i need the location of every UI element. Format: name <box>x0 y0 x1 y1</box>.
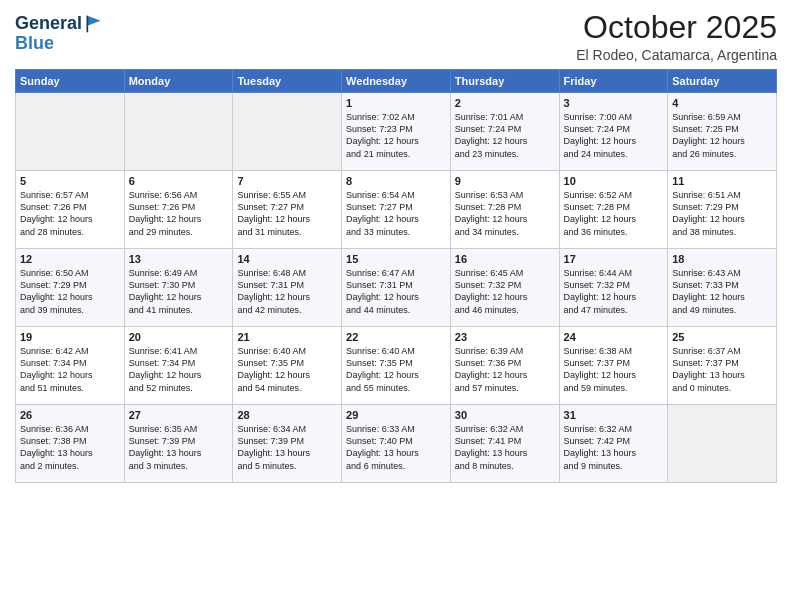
day-info: Sunrise: 6:32 AMSunset: 7:41 PMDaylight:… <box>455 423 555 472</box>
day-info: Sunrise: 6:55 AMSunset: 7:27 PMDaylight:… <box>237 189 337 238</box>
calendar-cell: 18Sunrise: 6:43 AMSunset: 7:33 PMDayligh… <box>668 249 777 327</box>
day-info: Sunrise: 6:56 AMSunset: 7:26 PMDaylight:… <box>129 189 229 238</box>
calendar-table: SundayMondayTuesdayWednesdayThursdayFrid… <box>15 69 777 483</box>
day-info: Sunrise: 6:49 AMSunset: 7:30 PMDaylight:… <box>129 267 229 316</box>
day-info: Sunrise: 6:44 AMSunset: 7:32 PMDaylight:… <box>564 267 664 316</box>
calendar-cell <box>124 93 233 171</box>
day-number: 16 <box>455 253 555 265</box>
day-number: 10 <box>564 175 664 187</box>
day-info: Sunrise: 6:39 AMSunset: 7:36 PMDaylight:… <box>455 345 555 394</box>
weekday-header-wednesday: Wednesday <box>342 70 451 93</box>
calendar-cell: 7Sunrise: 6:55 AMSunset: 7:27 PMDaylight… <box>233 171 342 249</box>
calendar-cell: 11Sunrise: 6:51 AMSunset: 7:29 PMDayligh… <box>668 171 777 249</box>
logo-blue: Blue <box>15 33 54 53</box>
day-number: 9 <box>455 175 555 187</box>
page: General Blue October 2025 El Rodeo, Cata… <box>0 0 792 612</box>
day-number: 27 <box>129 409 229 421</box>
calendar-cell: 27Sunrise: 6:35 AMSunset: 7:39 PMDayligh… <box>124 405 233 483</box>
day-number: 23 <box>455 331 555 343</box>
day-info: Sunrise: 6:35 AMSunset: 7:39 PMDaylight:… <box>129 423 229 472</box>
day-info: Sunrise: 6:51 AMSunset: 7:29 PMDaylight:… <box>672 189 772 238</box>
day-number: 21 <box>237 331 337 343</box>
svg-marker-0 <box>87 16 100 26</box>
calendar-cell: 24Sunrise: 6:38 AMSunset: 7:37 PMDayligh… <box>559 327 668 405</box>
day-info: Sunrise: 6:57 AMSunset: 7:26 PMDaylight:… <box>20 189 120 238</box>
calendar-header-row: SundayMondayTuesdayWednesdayThursdayFrid… <box>16 70 777 93</box>
day-info: Sunrise: 6:45 AMSunset: 7:32 PMDaylight:… <box>455 267 555 316</box>
weekday-header-tuesday: Tuesday <box>233 70 342 93</box>
day-number: 11 <box>672 175 772 187</box>
day-info: Sunrise: 6:40 AMSunset: 7:35 PMDaylight:… <box>346 345 446 394</box>
day-number: 3 <box>564 97 664 109</box>
calendar-cell: 2Sunrise: 7:01 AMSunset: 7:24 PMDaylight… <box>450 93 559 171</box>
calendar-cell: 21Sunrise: 6:40 AMSunset: 7:35 PMDayligh… <box>233 327 342 405</box>
calendar-cell: 13Sunrise: 6:49 AMSunset: 7:30 PMDayligh… <box>124 249 233 327</box>
calendar-cell: 1Sunrise: 7:02 AMSunset: 7:23 PMDaylight… <box>342 93 451 171</box>
calendar-cell: 30Sunrise: 6:32 AMSunset: 7:41 PMDayligh… <box>450 405 559 483</box>
day-number: 14 <box>237 253 337 265</box>
calendar-body: 1Sunrise: 7:02 AMSunset: 7:23 PMDaylight… <box>16 93 777 483</box>
logo-general: General <box>15 14 82 34</box>
day-number: 30 <box>455 409 555 421</box>
calendar-cell: 3Sunrise: 7:00 AMSunset: 7:24 PMDaylight… <box>559 93 668 171</box>
day-number: 12 <box>20 253 120 265</box>
calendar-subtitle: El Rodeo, Catamarca, Argentina <box>576 47 777 63</box>
calendar-cell: 10Sunrise: 6:52 AMSunset: 7:28 PMDayligh… <box>559 171 668 249</box>
day-info: Sunrise: 6:33 AMSunset: 7:40 PMDaylight:… <box>346 423 446 472</box>
weekday-header-saturday: Saturday <box>668 70 777 93</box>
day-info: Sunrise: 6:40 AMSunset: 7:35 PMDaylight:… <box>237 345 337 394</box>
header: General Blue October 2025 El Rodeo, Cata… <box>15 10 777 63</box>
title-block: October 2025 El Rodeo, Catamarca, Argent… <box>576 10 777 63</box>
day-info: Sunrise: 6:34 AMSunset: 7:39 PMDaylight:… <box>237 423 337 472</box>
calendar-cell: 5Sunrise: 6:57 AMSunset: 7:26 PMDaylight… <box>16 171 125 249</box>
weekday-header-thursday: Thursday <box>450 70 559 93</box>
day-info: Sunrise: 7:02 AMSunset: 7:23 PMDaylight:… <box>346 111 446 160</box>
day-info: Sunrise: 6:54 AMSunset: 7:27 PMDaylight:… <box>346 189 446 238</box>
calendar-cell: 12Sunrise: 6:50 AMSunset: 7:29 PMDayligh… <box>16 249 125 327</box>
svg-rect-1 <box>87 16 89 33</box>
weekday-header-monday: Monday <box>124 70 233 93</box>
calendar-cell: 20Sunrise: 6:41 AMSunset: 7:34 PMDayligh… <box>124 327 233 405</box>
calendar-cell: 26Sunrise: 6:36 AMSunset: 7:38 PMDayligh… <box>16 405 125 483</box>
calendar-cell <box>16 93 125 171</box>
calendar-week-5: 26Sunrise: 6:36 AMSunset: 7:38 PMDayligh… <box>16 405 777 483</box>
day-number: 17 <box>564 253 664 265</box>
day-info: Sunrise: 6:42 AMSunset: 7:34 PMDaylight:… <box>20 345 120 394</box>
day-info: Sunrise: 6:48 AMSunset: 7:31 PMDaylight:… <box>237 267 337 316</box>
calendar-cell: 4Sunrise: 6:59 AMSunset: 7:25 PMDaylight… <box>668 93 777 171</box>
day-info: Sunrise: 6:59 AMSunset: 7:25 PMDaylight:… <box>672 111 772 160</box>
day-number: 8 <box>346 175 446 187</box>
calendar-week-2: 5Sunrise: 6:57 AMSunset: 7:26 PMDaylight… <box>16 171 777 249</box>
day-info: Sunrise: 6:50 AMSunset: 7:29 PMDaylight:… <box>20 267 120 316</box>
day-number: 19 <box>20 331 120 343</box>
day-number: 18 <box>672 253 772 265</box>
day-number: 22 <box>346 331 446 343</box>
calendar-cell: 31Sunrise: 6:32 AMSunset: 7:42 PMDayligh… <box>559 405 668 483</box>
day-number: 7 <box>237 175 337 187</box>
day-number: 6 <box>129 175 229 187</box>
calendar-cell: 22Sunrise: 6:40 AMSunset: 7:35 PMDayligh… <box>342 327 451 405</box>
day-info: Sunrise: 6:52 AMSunset: 7:28 PMDaylight:… <box>564 189 664 238</box>
calendar-week-3: 12Sunrise: 6:50 AMSunset: 7:29 PMDayligh… <box>16 249 777 327</box>
day-info: Sunrise: 6:53 AMSunset: 7:28 PMDaylight:… <box>455 189 555 238</box>
day-number: 4 <box>672 97 772 109</box>
day-info: Sunrise: 7:01 AMSunset: 7:24 PMDaylight:… <box>455 111 555 160</box>
calendar-title: October 2025 <box>576 10 777 45</box>
weekday-header-friday: Friday <box>559 70 668 93</box>
calendar-cell: 28Sunrise: 6:34 AMSunset: 7:39 PMDayligh… <box>233 405 342 483</box>
day-info: Sunrise: 6:41 AMSunset: 7:34 PMDaylight:… <box>129 345 229 394</box>
calendar-cell: 9Sunrise: 6:53 AMSunset: 7:28 PMDaylight… <box>450 171 559 249</box>
day-number: 13 <box>129 253 229 265</box>
calendar-cell <box>233 93 342 171</box>
calendar-cell: 16Sunrise: 6:45 AMSunset: 7:32 PMDayligh… <box>450 249 559 327</box>
calendar-cell: 14Sunrise: 6:48 AMSunset: 7:31 PMDayligh… <box>233 249 342 327</box>
calendar-cell: 19Sunrise: 6:42 AMSunset: 7:34 PMDayligh… <box>16 327 125 405</box>
day-number: 1 <box>346 97 446 109</box>
day-number: 2 <box>455 97 555 109</box>
calendar-cell: 6Sunrise: 6:56 AMSunset: 7:26 PMDaylight… <box>124 171 233 249</box>
day-info: Sunrise: 6:32 AMSunset: 7:42 PMDaylight:… <box>564 423 664 472</box>
day-info: Sunrise: 6:36 AMSunset: 7:38 PMDaylight:… <box>20 423 120 472</box>
calendar-week-4: 19Sunrise: 6:42 AMSunset: 7:34 PMDayligh… <box>16 327 777 405</box>
calendar-cell: 23Sunrise: 6:39 AMSunset: 7:36 PMDayligh… <box>450 327 559 405</box>
day-number: 31 <box>564 409 664 421</box>
